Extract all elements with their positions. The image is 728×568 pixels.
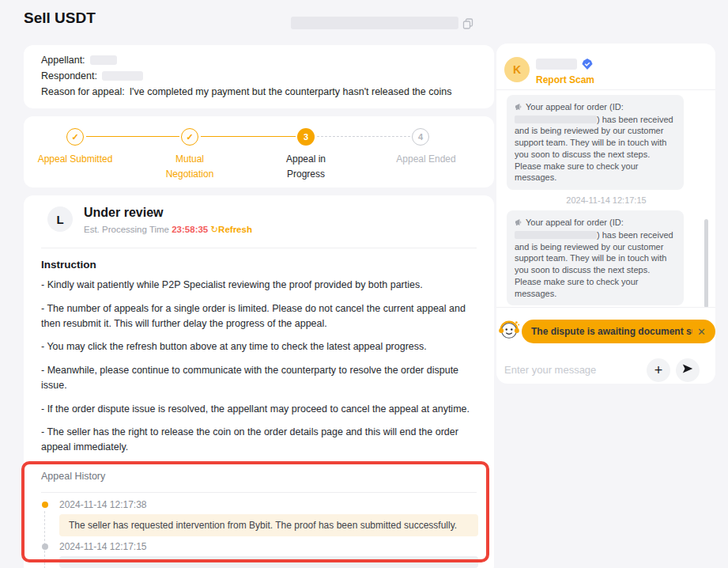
divider — [41, 492, 477, 493]
reason-label: Reason for appeal: — [41, 86, 125, 97]
send-icon — [681, 363, 694, 377]
divider — [41, 248, 477, 248]
appeal-history-title: Appeal History — [41, 471, 105, 482]
message-prefix: Your appeal for order (ID: — [526, 102, 624, 112]
notification-text: The dispute is awaiting document sub... — [531, 326, 692, 337]
report-scam-button[interactable]: Report Scam — [536, 74, 594, 85]
processing-time-row: Est. Processing Time 23:58:35 ↻Refresh — [84, 224, 252, 235]
attach-button[interactable]: + — [647, 358, 670, 382]
respondent-row: Respondent: — [41, 70, 477, 81]
instruction-list: - Kindly wait patiently while P2P Specia… — [41, 278, 481, 464]
refresh-button[interactable]: ↻Refresh — [210, 225, 251, 234]
redacted-order-id — [515, 115, 597, 123]
instruction-item: - The number of appeals for a single ord… — [41, 301, 481, 331]
instruction-item: - Kindly wait patiently while P2P Specia… — [41, 278, 481, 293]
instruction-item: - The seller has the right to release th… — [41, 425, 481, 455]
respondent-label: Respondent: — [41, 70, 97, 81]
instruction-item: - You may click the refresh button above… — [41, 339, 481, 354]
avatar: K — [504, 57, 530, 82]
verified-badge-icon — [582, 59, 593, 70]
close-icon[interactable]: ✕ — [697, 326, 706, 338]
refresh-icon: ↻ — [210, 225, 218, 234]
step-3-label: Appeal in Progress — [268, 152, 344, 181]
redacted-order-id — [291, 17, 458, 29]
appellant-row: Appellant: — [41, 55, 477, 66]
history-event-time: 2024-11-14 12:17:38 — [59, 499, 147, 510]
appeal-info-card: Appellant: Respondent: Reason for appeal… — [24, 45, 494, 108]
step-3-marker: 3 — [297, 128, 315, 146]
message-suffix: ) has been received and is being reviewe… — [515, 115, 673, 183]
history-event-time: 2024-11-14 12:17:15 — [59, 541, 147, 552]
support-bot-mascot-icon[interactable] — [497, 318, 521, 342]
message-input[interactable] — [504, 356, 635, 383]
reason-row: Reason for appeal: I've completed my pay… — [41, 86, 477, 97]
step-4-marker: 4 — [412, 128, 429, 146]
step-connector-2 — [201, 136, 296, 137]
instruction-title: Instruction — [41, 259, 96, 271]
timeline-line — [44, 511, 45, 568]
appellant-label: Appellant: — [41, 55, 85, 66]
est-processing-label: Est. Processing Time — [84, 225, 169, 234]
history-event-text: The seller has requested intervention fr… — [59, 514, 478, 536]
reason-text: I've completed my payment but the counte… — [130, 86, 452, 97]
megaphone-icon — [515, 218, 523, 229]
plus-icon: + — [654, 362, 663, 379]
chat-timestamp: 2024-11-14 12:17:15 — [507, 195, 706, 205]
step-2-label: Mutual Negotiation — [152, 152, 228, 181]
copy-icon[interactable] — [462, 18, 473, 29]
page-title: Sell USDT — [24, 9, 96, 27]
dispute-notification-banner[interactable]: The dispute is awaiting document sub... … — [522, 320, 715, 343]
redacted-respondent — [102, 71, 143, 81]
appeal-progress-stepper: ✓ ✓ 3 4 Appeal Submitted Mutual Negotiat… — [24, 116, 494, 187]
step-connector-1 — [86, 136, 179, 137]
message-prefix: Your appeal for order (ID: — [526, 218, 624, 227]
instruction-item: - Meanwhile, please continue to communic… — [41, 363, 481, 393]
step-4-label: Appeal Ended — [383, 152, 470, 167]
system-message-bubble: Your appeal for order (ID: ) has been re… — [507, 95, 684, 190]
send-button[interactable] — [676, 358, 700, 382]
chat-message-list[interactable]: Your appeal for order (ID: ) has been re… — [496, 90, 715, 307]
message-suffix: ) has been received and is being reviewe… — [515, 230, 673, 298]
timeline-dot-active — [42, 502, 48, 508]
step-1-check-icon: ✓ — [66, 128, 84, 146]
timeline-dot-past — [42, 543, 48, 550]
history-event-text-truncated — [59, 556, 478, 568]
system-message-bubble: Your appeal for order (ID: ) has been re… — [507, 210, 684, 305]
megaphone-icon — [515, 102, 523, 114]
chat-panel: K Report Scam Your appeal for order (ID:… — [496, 44, 715, 384]
step-connector-3 — [317, 136, 410, 137]
countdown-timer: 23:58:35 — [172, 225, 208, 234]
chat-scrollbar[interactable] — [704, 219, 708, 308]
redacted-counterparty-name — [536, 59, 577, 70]
step-2-check-icon: ✓ — [181, 128, 198, 146]
redacted-order-id — [515, 231, 597, 239]
appeal-status-card: L Under review Est. Processing Time 23:5… — [24, 195, 494, 568]
under-review-clock-icon: L — [47, 206, 73, 232]
instruction-item: - If the order dispute issue is resolved… — [41, 402, 481, 417]
status-title: Under review — [84, 206, 163, 220]
divider — [496, 307, 715, 308]
redacted-appellant — [90, 55, 117, 65]
step-1-label: Appeal Submitted — [37, 152, 113, 167]
